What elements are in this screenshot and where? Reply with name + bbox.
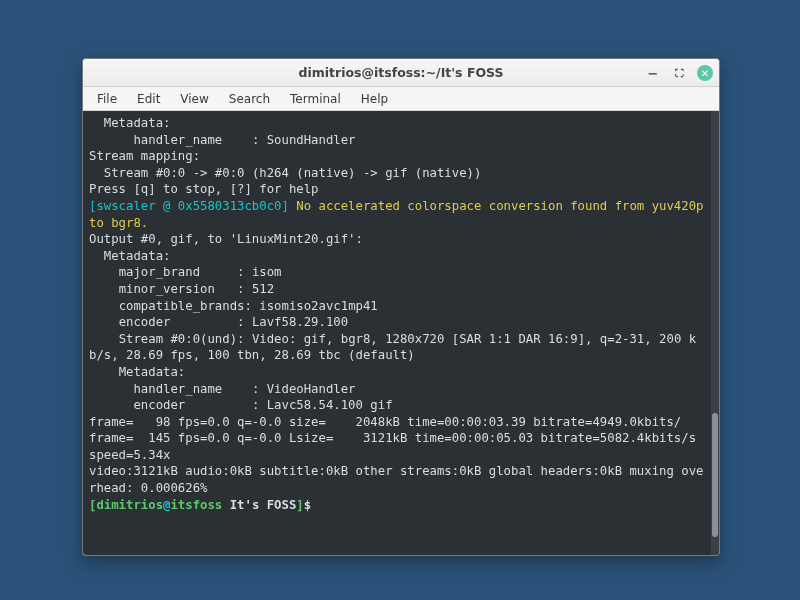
output-line: frame= 145 fps=0.0 q=-0.0 Lsize= 3121kB … bbox=[89, 430, 705, 463]
output-line: Stream mapping: bbox=[89, 148, 705, 165]
prompt-sp bbox=[222, 498, 229, 512]
swscaler-tag: [swscaler @ 0x5580313cb0c0] bbox=[89, 199, 296, 213]
maximize-button[interactable]: ⛶ bbox=[671, 65, 687, 81]
menu-file[interactable]: File bbox=[89, 90, 125, 108]
terminal[interactable]: Metadata: handler_name : SoundHandlerStr… bbox=[83, 111, 711, 555]
output-line: Metadata: bbox=[89, 115, 705, 132]
output-line: compatible_brands: isomiso2avc1mp41 bbox=[89, 298, 705, 315]
menu-terminal[interactable]: Terminal bbox=[282, 90, 349, 108]
output-line: Stream #0:0 -> #0:0 (h264 (native) -> gi… bbox=[89, 165, 705, 182]
output-line: handler_name : VideoHandler bbox=[89, 381, 705, 398]
close-icon: ✕ bbox=[701, 68, 709, 79]
prompt-dollar: $ bbox=[304, 498, 311, 512]
output-line: Metadata: bbox=[89, 364, 705, 381]
terminal-window: dimitrios@itsfoss:~/It's FOSS − ⛶ ✕ File… bbox=[82, 58, 720, 556]
minimize-icon: − bbox=[648, 66, 659, 81]
minimize-button[interactable]: − bbox=[645, 65, 661, 81]
prompt-host: itsfoss bbox=[170, 498, 222, 512]
menu-help[interactable]: Help bbox=[353, 90, 396, 108]
output-line: encoder : Lavf58.29.100 bbox=[89, 314, 705, 331]
menu-view[interactable]: View bbox=[172, 90, 216, 108]
prompt-bracket-close: ] bbox=[296, 498, 303, 512]
output-line: handler_name : SoundHandler bbox=[89, 132, 705, 149]
prompt-line: [dimitrios@itsfoss It's FOSS]$ bbox=[89, 497, 705, 514]
prompt-user: dimitrios bbox=[96, 498, 163, 512]
output-line: [swscaler @ 0x5580313cb0c0] No accelerat… bbox=[89, 198, 705, 231]
output-line: Press [q] to stop, [?] for help bbox=[89, 181, 705, 198]
output-line: Metadata: bbox=[89, 248, 705, 265]
maximize-icon: ⛶ bbox=[675, 68, 684, 78]
titlebar: dimitrios@itsfoss:~/It's FOSS − ⛶ ✕ bbox=[83, 59, 719, 87]
menu-edit[interactable]: Edit bbox=[129, 90, 168, 108]
menu-search[interactable]: Search bbox=[221, 90, 278, 108]
output-line: Stream #0:0(und): Video: gif, bgr8, 1280… bbox=[89, 331, 705, 364]
window-controls: − ⛶ ✕ bbox=[645, 59, 713, 87]
output-line: frame= 98 fps=0.0 q=-0.0 size= 2048kB ti… bbox=[89, 414, 705, 431]
terminal-area: Metadata: handler_name : SoundHandlerStr… bbox=[83, 111, 719, 555]
close-button[interactable]: ✕ bbox=[697, 65, 713, 81]
output-line: minor_version : 512 bbox=[89, 281, 705, 298]
scrollbar-thumb[interactable] bbox=[712, 413, 718, 537]
output-line: video:3121kB audio:0kB subtitle:0kB othe… bbox=[89, 463, 705, 496]
output-line: encoder : Lavc58.54.100 gif bbox=[89, 397, 705, 414]
window-title: dimitrios@itsfoss:~/It's FOSS bbox=[299, 65, 504, 80]
prompt-dir: It's FOSS bbox=[230, 498, 297, 512]
output-line: major_brand : isom bbox=[89, 264, 705, 281]
menubar: File Edit View Search Terminal Help bbox=[83, 87, 719, 111]
scrollbar[interactable] bbox=[711, 111, 719, 555]
output-line: Output #0, gif, to 'LinuxMint20.gif': bbox=[89, 231, 705, 248]
